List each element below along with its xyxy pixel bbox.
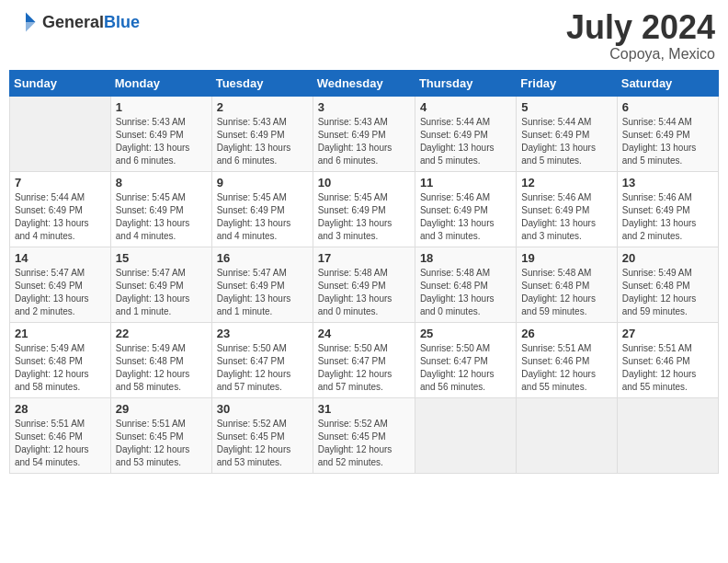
day-info: Sunrise: 5:46 AM Sunset: 6:49 PM Dayligh… — [622, 191, 713, 243]
day-number: 18 — [420, 251, 511, 265]
calendar-cell — [10, 96, 111, 171]
day-number: 29 — [116, 402, 207, 416]
day-info: Sunrise: 5:48 AM Sunset: 6:48 PM Dayligh… — [420, 267, 511, 318]
calendar-cell: 29Sunrise: 5:51 AM Sunset: 6:45 PM Dayli… — [110, 397, 211, 473]
day-info: Sunrise: 5:47 AM Sunset: 6:49 PM Dayligh… — [15, 267, 106, 318]
calendar-cell: 28Sunrise: 5:51 AM Sunset: 6:46 PM Dayli… — [10, 397, 111, 473]
day-number: 19 — [521, 251, 611, 265]
day-info: Sunrise: 5:50 AM Sunset: 6:47 PM Dayligh… — [217, 342, 308, 394]
calendar-cell: 15Sunrise: 5:47 AM Sunset: 6:49 PM Dayli… — [110, 247, 211, 322]
day-number: 15 — [116, 251, 207, 265]
calendar-cell: 10Sunrise: 5:45 AM Sunset: 6:49 PM Dayli… — [313, 171, 415, 247]
calendar-cell: 25Sunrise: 5:50 AM Sunset: 6:47 PM Dayli… — [415, 322, 516, 397]
day-number: 10 — [318, 176, 410, 190]
day-info: Sunrise: 5:51 AM Sunset: 6:46 PM Dayligh… — [622, 342, 713, 394]
day-number: 12 — [521, 176, 611, 190]
day-info: Sunrise: 5:52 AM Sunset: 6:45 PM Dayligh… — [217, 418, 308, 469]
day-info: Sunrise: 5:45 AM Sunset: 6:49 PM Dayligh… — [318, 191, 410, 243]
weekday-header-saturday: Saturday — [617, 70, 718, 96]
day-number: 24 — [318, 327, 410, 340]
day-number: 30 — [217, 402, 308, 416]
calendar-cell — [617, 397, 718, 473]
day-number: 17 — [318, 251, 410, 265]
day-info: Sunrise: 5:50 AM Sunset: 6:47 PM Dayligh… — [318, 342, 410, 394]
day-info: Sunrise: 5:47 AM Sunset: 6:49 PM Dayligh… — [116, 267, 207, 318]
calendar-cell: 8Sunrise: 5:45 AM Sunset: 6:49 PM Daylig… — [110, 171, 211, 247]
day-info: Sunrise: 5:43 AM Sunset: 6:49 PM Dayligh… — [318, 116, 410, 167]
calendar-cell: 18Sunrise: 5:48 AM Sunset: 6:48 PM Dayli… — [415, 247, 516, 322]
calendar-cell: 3Sunrise: 5:43 AM Sunset: 6:49 PM Daylig… — [313, 96, 415, 171]
day-info: Sunrise: 5:45 AM Sunset: 6:49 PM Dayligh… — [217, 191, 308, 243]
calendar-cell: 14Sunrise: 5:47 AM Sunset: 6:49 PM Dayli… — [10, 247, 111, 322]
day-info: Sunrise: 5:52 AM Sunset: 6:45 PM Dayligh… — [318, 418, 410, 469]
calendar-cell: 30Sunrise: 5:52 AM Sunset: 6:45 PM Dayli… — [211, 397, 313, 473]
day-info: Sunrise: 5:51 AM Sunset: 6:45 PM Dayligh… — [116, 418, 207, 469]
calendar-cell — [415, 397, 516, 473]
day-number: 28 — [15, 402, 106, 416]
calendar-cell: 7Sunrise: 5:44 AM Sunset: 6:49 PM Daylig… — [10, 171, 111, 247]
calendar-cell: 19Sunrise: 5:48 AM Sunset: 6:48 PM Dayli… — [517, 247, 617, 322]
day-info: Sunrise: 5:44 AM Sunset: 6:49 PM Dayligh… — [521, 116, 611, 167]
calendar-cell: 22Sunrise: 5:49 AM Sunset: 6:48 PM Dayli… — [110, 322, 211, 397]
day-info: Sunrise: 5:50 AM Sunset: 6:47 PM Dayligh… — [420, 342, 511, 394]
day-number: 16 — [217, 251, 308, 265]
day-info: Sunrise: 5:43 AM Sunset: 6:49 PM Dayligh… — [217, 116, 308, 167]
logo-general: General — [42, 13, 104, 31]
day-info: Sunrise: 5:44 AM Sunset: 6:49 PM Dayligh… — [420, 116, 511, 167]
day-number: 23 — [217, 327, 308, 340]
calendar-cell: 9Sunrise: 5:45 AM Sunset: 6:49 PM Daylig… — [211, 171, 313, 247]
day-number: 4 — [420, 100, 511, 114]
calendar-cell: 11Sunrise: 5:46 AM Sunset: 6:49 PM Dayli… — [415, 171, 516, 247]
day-info: Sunrise: 5:45 AM Sunset: 6:49 PM Dayligh… — [116, 191, 207, 243]
calendar-cell: 13Sunrise: 5:46 AM Sunset: 6:49 PM Dayli… — [617, 171, 718, 247]
weekday-header-wednesday: Wednesday — [313, 70, 415, 96]
weekday-header-sunday: Sunday — [10, 70, 111, 96]
day-number: 21 — [15, 327, 106, 340]
day-number: 7 — [15, 176, 106, 190]
calendar-cell — [517, 397, 617, 473]
calendar-week-4: 21Sunrise: 5:49 AM Sunset: 6:48 PM Dayli… — [10, 322, 719, 397]
svg-marker-0 — [26, 13, 36, 23]
calendar-week-3: 14Sunrise: 5:47 AM Sunset: 6:49 PM Dayli… — [10, 247, 719, 322]
calendar-cell: 2Sunrise: 5:43 AM Sunset: 6:49 PM Daylig… — [211, 96, 313, 171]
day-info: Sunrise: 5:47 AM Sunset: 6:49 PM Dayligh… — [217, 267, 308, 318]
calendar-cell: 1Sunrise: 5:43 AM Sunset: 6:49 PM Daylig… — [110, 96, 211, 171]
weekday-header-friday: Friday — [517, 70, 617, 96]
day-number: 26 — [521, 327, 611, 340]
calendar-cell: 12Sunrise: 5:46 AM Sunset: 6:49 PM Dayli… — [517, 171, 617, 247]
calendar-table: SundayMondayTuesdayWednesdayThursdayFrid… — [9, 70, 719, 474]
day-number: 31 — [318, 402, 410, 416]
calendar-cell: 31Sunrise: 5:52 AM Sunset: 6:45 PM Dayli… — [313, 397, 415, 473]
logo-blue: Blue — [104, 13, 140, 31]
day-number: 13 — [622, 176, 713, 190]
calendar-cell: 16Sunrise: 5:47 AM Sunset: 6:49 PM Dayli… — [211, 247, 313, 322]
day-info: Sunrise: 5:49 AM Sunset: 6:48 PM Dayligh… — [15, 342, 106, 394]
day-info: Sunrise: 5:46 AM Sunset: 6:49 PM Dayligh… — [420, 191, 511, 243]
title-block: July 2024 Copoya, Mexico — [566, 9, 715, 63]
day-info: Sunrise: 5:49 AM Sunset: 6:48 PM Dayligh… — [116, 342, 207, 394]
day-info: Sunrise: 5:51 AM Sunset: 6:46 PM Dayligh… — [15, 418, 106, 469]
calendar-week-2: 7Sunrise: 5:44 AM Sunset: 6:49 PM Daylig… — [10, 171, 719, 247]
calendar-week-1: 1Sunrise: 5:43 AM Sunset: 6:49 PM Daylig… — [10, 96, 719, 171]
day-number: 11 — [420, 176, 511, 190]
svg-marker-1 — [26, 22, 36, 32]
day-number: 5 — [521, 100, 611, 114]
day-number: 27 — [622, 327, 713, 340]
weekday-header-tuesday: Tuesday — [211, 70, 313, 96]
calendar-title: July 2024 — [566, 9, 715, 46]
day-number: 8 — [116, 176, 207, 190]
day-info: Sunrise: 5:44 AM Sunset: 6:49 PM Dayligh… — [15, 191, 106, 243]
weekday-header-thursday: Thursday — [415, 70, 516, 96]
calendar-week-5: 28Sunrise: 5:51 AM Sunset: 6:46 PM Dayli… — [10, 397, 719, 473]
day-number: 14 — [15, 251, 106, 265]
day-info: Sunrise: 5:51 AM Sunset: 6:46 PM Dayligh… — [521, 342, 611, 394]
day-number: 2 — [217, 100, 308, 114]
weekday-header-row: SundayMondayTuesdayWednesdayThursdayFrid… — [10, 70, 719, 96]
calendar-cell: 5Sunrise: 5:44 AM Sunset: 6:49 PM Daylig… — [517, 96, 617, 171]
calendar-cell: 4Sunrise: 5:44 AM Sunset: 6:49 PM Daylig… — [415, 96, 516, 171]
day-number: 1 — [116, 100, 207, 114]
calendar-cell: 26Sunrise: 5:51 AM Sunset: 6:46 PM Dayli… — [517, 322, 617, 397]
day-info: Sunrise: 5:43 AM Sunset: 6:49 PM Dayligh… — [116, 116, 207, 167]
day-info: Sunrise: 5:49 AM Sunset: 6:48 PM Dayligh… — [622, 267, 713, 318]
weekday-header-monday: Monday — [110, 70, 211, 96]
